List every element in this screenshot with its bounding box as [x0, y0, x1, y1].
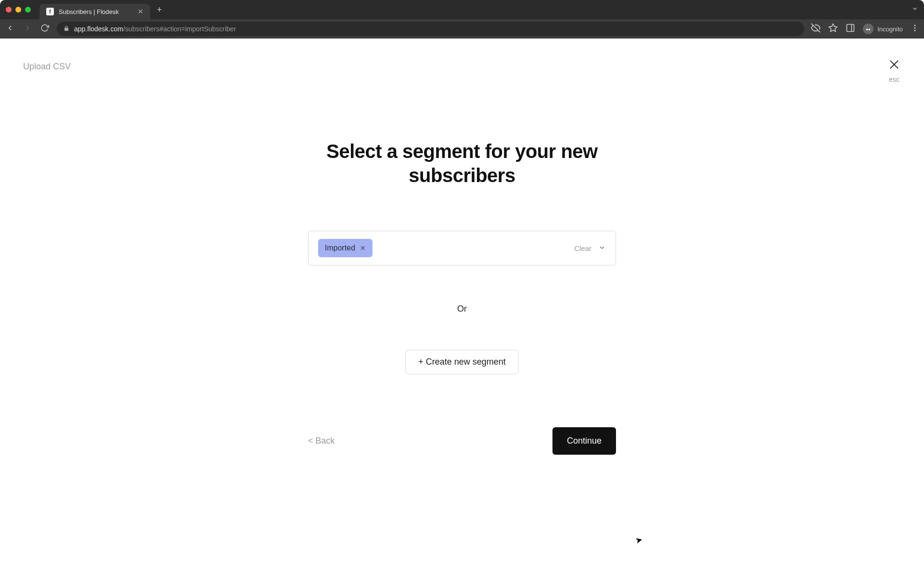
segment-select[interactable]: Imported ✕ Clear [308, 231, 616, 265]
browser-right-icons: Incognito [811, 23, 919, 35]
new-tab-button[interactable]: + [157, 5, 162, 15]
svg-point-8 [914, 30, 916, 31]
svg-point-6 [914, 25, 916, 26]
close-hint-label: esc [887, 76, 901, 83]
url-text: app.flodesk.com/subscribers#action=impor… [74, 25, 236, 33]
tab-title: Subscribers | Flodesk [59, 8, 133, 15]
chevron-down-icon[interactable] [598, 244, 606, 253]
svg-marker-1 [829, 24, 837, 32]
window-maximize-button[interactable] [25, 7, 31, 13]
window-close-button[interactable] [6, 7, 12, 13]
address-bar[interactable]: app.flodesk.com/subscribers#action=impor… [57, 22, 804, 36]
tab-favicon: f [46, 8, 54, 15]
clear-button[interactable]: Clear [574, 244, 591, 252]
or-separator: Or [308, 304, 616, 314]
eye-off-icon[interactable] [811, 23, 821, 35]
side-panel-icon[interactable] [846, 23, 855, 35]
segment-chip: Imported ✕ [318, 239, 372, 257]
svg-point-5 [869, 28, 871, 30]
incognito-label: Incognito [877, 26, 903, 33]
select-controls: Clear [574, 244, 606, 253]
page-content: Upload CSV esc Select a segment for your… [0, 39, 924, 578]
lock-icon [64, 26, 69, 33]
svg-point-4 [866, 28, 868, 30]
chip-label: Imported [325, 244, 355, 252]
browser-tab-strip: f Subscribers | Flodesk ✕ + [0, 0, 924, 19]
footer-actions: < Back Continue [308, 427, 616, 455]
tabs-overflow-icon[interactable] [911, 5, 918, 14]
browser-forward-button[interactable] [22, 24, 33, 35]
create-segment-button[interactable]: + Create new segment [405, 350, 519, 374]
browser-menu-icon[interactable] [911, 24, 919, 34]
incognito-icon [863, 24, 873, 34]
tab-close-icon[interactable]: ✕ [138, 8, 143, 15]
page-title: Select a segment for your new subscriber… [308, 139, 616, 187]
close-button[interactable]: esc [887, 58, 901, 83]
window-minimize-button[interactable] [15, 7, 21, 13]
breadcrumb: Upload CSV [23, 62, 901, 72]
close-icon [887, 58, 901, 74]
chip-remove-icon[interactable]: ✕ [360, 244, 366, 252]
browser-tab[interactable]: f Subscribers | Flodesk ✕ [39, 4, 150, 19]
bookmark-star-icon[interactable] [828, 23, 838, 35]
browser-toolbar: app.flodesk.com/subscribers#action=impor… [0, 19, 924, 39]
browser-back-button[interactable] [5, 24, 15, 35]
window-controls [6, 7, 31, 13]
svg-point-7 [914, 27, 916, 29]
back-button[interactable]: < Back [308, 436, 335, 446]
browser-reload-button[interactable] [39, 24, 50, 35]
svg-rect-2 [847, 25, 854, 32]
incognito-badge[interactable]: Incognito [863, 24, 903, 34]
mouse-cursor: ➤ [634, 534, 643, 546]
continue-button[interactable]: Continue [552, 427, 616, 455]
main-content: Select a segment for your new subscriber… [308, 139, 616, 455]
